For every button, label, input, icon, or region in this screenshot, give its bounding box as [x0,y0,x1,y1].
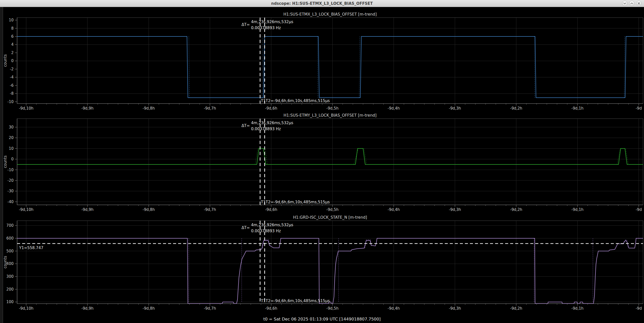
y-tick-label: 20 [9,135,14,140]
x-tick-label: -9d [636,207,642,212]
chevron-down-icon [623,3,626,4]
x-tick-label: -9d,1h [571,106,583,111]
y-tick-label: -30 [8,189,14,193]
y-axis-label: counts [3,54,8,67]
x-tick-label: -9d,5h [326,106,338,111]
y-tick-label: 700 [6,223,14,228]
maximize-button[interactable] [629,1,634,6]
cursor-y1-label: Y1=558.747 [19,246,43,250]
cursor-t2-label: T2=-9d,6h,6m,10s,485ms,515µs [265,299,330,303]
y-tick-label: 4 [11,42,14,47]
y-tick-label: 6 [11,34,14,39]
cursor-t2-label: T2=-9d,6h,6m,10s,485ms,515µs [265,200,330,204]
ndscope-window: ndscope: H1:SUS-ETMX_L3_LOCK_BIAS_OFFSET… [0,0,644,323]
delta-t-frequency: 0.00378893 Hz [251,127,281,131]
y-tick-label: 200 [6,287,14,292]
delta-t-prefix: ΔT= [242,225,250,230]
y-tick-label: -6 [10,83,14,88]
plot-1[interactable]: -9d,10h-9d,9h-9d,8h-9d,7h-9d,6h-9d,5h-9d… [3,12,643,111]
y-tick-label: 2 [11,51,14,55]
y-tick-label: -10 [8,168,14,172]
x-tick-label: -9d,9h [81,306,93,311]
x-tick-label: -9d,8h [143,306,155,311]
x-tick-label: -9d [636,106,642,111]
y-tick-label: 300 [6,274,14,279]
x-tick-label: -9d,5h [326,306,338,311]
x-tick-label: -9d,10h [19,106,33,111]
x-tick-label: -9d,2h [510,106,522,111]
x-tick-label: -9d,4h [388,306,400,311]
y-tick-label: 0 [11,59,14,63]
window-buttons [622,1,641,6]
x-tick-label: -9d,9h [81,207,93,212]
y-tick-label: 0 [11,157,14,161]
cursor-t1-label: T1 [261,200,266,204]
x-tick-label: -9d,9h [81,106,93,111]
y-axis-label: counts [3,256,8,268]
x-tick-label: -9d,4h [388,207,400,212]
y-tick-label: 10 [9,146,14,151]
cursor-t1-label: T1 [261,99,266,103]
window-title: ndscope: H1:SUS-ETMX_L3_LOCK_BIAS_OFFSET [271,1,373,6]
y-tick-label: -20 [8,178,14,183]
x-tick-label: -9d,3h [449,306,461,311]
chevron-up-icon [630,3,633,4]
delta-t-frequency: 0.00378893 Hz [251,229,281,233]
x-tick-label: -9d,6h [265,306,277,311]
x-tick-label: -9d,3h [449,106,461,111]
y-tick-label: -4 [10,75,14,79]
delta-t-prefix: ΔT= [242,22,250,27]
cursor-t2-label: T2=-9d,6h,6m,10s,485ms,515µs [265,99,330,103]
x-tick-label: -9d,10h [19,306,33,311]
x-tick-label: -9d,2h [510,207,522,212]
plot-3[interactable]: -9d,10h-9d,9h-9d,8h-9d,7h-9d,6h-9d,5h-9d… [3,215,643,311]
delta-t-duration: 4m,23s,926ms,532µs [251,20,293,24]
x-tick-label: -9d,1h [571,207,583,212]
y-tick-label: 30 [9,125,14,129]
delta-t-frequency: 0.00378893 Hz [251,26,281,30]
delta-t-prefix: ΔT= [242,123,250,128]
plot-title: H1:SUS-ETMX_L3_LOCK_BIAS_OFFSET [m-trend… [284,12,377,17]
x-tick-label: -9d,7h [204,207,216,212]
y-tick-label: -8 [10,91,14,96]
plot-2[interactable]: -9d,10h-9d,9h-9d,8h-9d,7h-9d,6h-9d,5h-9d… [3,113,643,212]
plot-title: H1:GRD-ISC_LOCK_STATE_N [m-trend] [293,215,367,220]
x-tick-label: -9d,8h [143,207,155,212]
y-tick-label: 100 [6,300,14,304]
y-axis-label: counts [3,155,8,168]
x-tick-label: -9d,1h [571,306,583,311]
t0-label: t0 = Sat Dec 06 2025 01:13:09 UTC [14490… [0,317,644,321]
x-tick-label: -9d,5h [326,207,338,212]
titlebar[interactable]: ndscope: H1:SUS-ETMX_L3_LOCK_BIAS_OFFSET [0,0,644,7]
minimize-button[interactable] [622,1,627,6]
x-tick-label: -9d,6h [265,207,277,212]
plot-title: H1:SUS-ETMY_L3_LOCK_BIAS_OFFSET [m-trend… [284,113,377,118]
x-tick-label: -9d,3h [449,207,461,212]
cursor-t1-label: T1 [261,299,266,303]
x-tick-label: -9d,10h [19,207,33,212]
y-tick-label: 8 [11,26,14,31]
close-button[interactable] [636,1,641,6]
y-tick-label: -10 [8,100,14,104]
x-tick-label: -9d [636,306,642,311]
y-tick-label: 10 [9,18,14,22]
x-tick-label: -9d,7h [204,306,216,311]
x-tick-label: -9d,2h [510,306,522,311]
plots-canvas[interactable]: -9d,10h-9d,9h-9d,8h-9d,7h-9d,6h-9d,5h-9d… [0,7,644,316]
close-icon [638,2,640,5]
y-tick-label: -2 [10,67,14,71]
delta-t-duration: 4m,23s,926ms,532µs [251,121,293,125]
x-tick-label: -9d,7h [204,106,216,111]
x-tick-label: -9d,4h [388,106,400,111]
x-tick-label: -9d,8h [143,106,155,111]
y-tick-label: -40 [8,200,14,204]
y-tick-label: 500 [6,249,14,253]
delta-t-duration: 4m,23s,926ms,532µs [251,223,293,227]
y-tick-label: 600 [6,236,14,241]
x-tick-label: -9d,6h [265,106,277,111]
